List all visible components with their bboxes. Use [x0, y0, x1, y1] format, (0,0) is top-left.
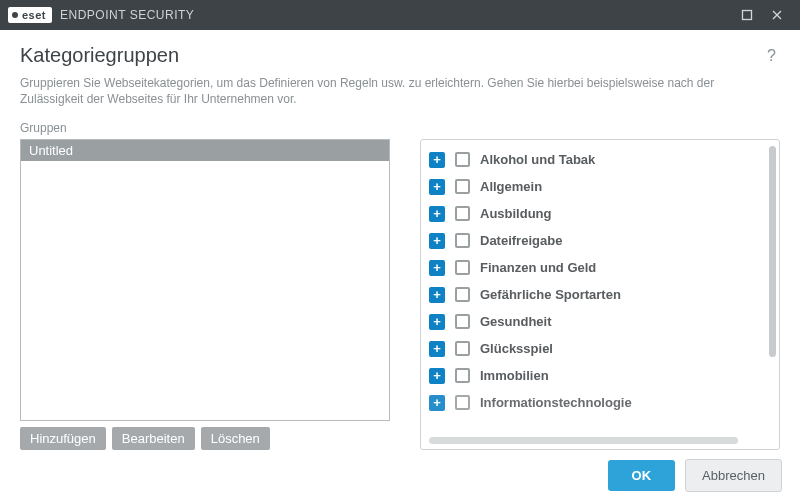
checkbox[interactable]	[455, 287, 470, 302]
category-label: Informationstechnologie	[480, 395, 632, 410]
checkbox[interactable]	[455, 341, 470, 356]
page-description: Gruppieren Sie Webseitekategorien, um da…	[20, 75, 780, 107]
cancel-button[interactable]: Abbrechen	[685, 459, 782, 492]
category-row[interactable]: +Informationstechnologie	[429, 389, 761, 416]
close-icon	[771, 9, 783, 21]
expand-icon[interactable]: +	[429, 341, 445, 357]
category-row[interactable]: +Alkohol und Tabak	[429, 146, 761, 173]
checkbox[interactable]	[455, 152, 470, 167]
checkbox[interactable]	[455, 233, 470, 248]
category-label: Gefährliche Sportarten	[480, 287, 621, 302]
help-button[interactable]: ?	[763, 45, 780, 67]
category-row[interactable]: +Gefährliche Sportarten	[429, 281, 761, 308]
expand-icon[interactable]: +	[429, 179, 445, 195]
category-row[interactable]: +Glücksspiel	[429, 335, 761, 362]
expand-icon[interactable]: +	[429, 260, 445, 276]
window-close-button[interactable]	[762, 0, 792, 30]
add-button[interactable]: Hinzufügen	[20, 427, 106, 450]
checkbox[interactable]	[455, 314, 470, 329]
category-row[interactable]: +Gesundheit	[429, 308, 761, 335]
category-row[interactable]: +Immobilien	[429, 362, 761, 389]
expand-icon[interactable]: +	[429, 152, 445, 168]
expand-icon[interactable]: +	[429, 368, 445, 384]
footer: OK Abbrechen	[0, 450, 800, 500]
titlebar: eset ENDPOINT SECURITY	[0, 0, 800, 30]
groups-panel: Untitled Hinzufügen Bearbeiten Löschen	[20, 139, 390, 450]
checkbox[interactable]	[455, 260, 470, 275]
category-row[interactable]: +Ausbildung	[429, 200, 761, 227]
expand-icon[interactable]: +	[429, 287, 445, 303]
category-row[interactable]: +Finanzen und Geld	[429, 254, 761, 281]
category-label: Dateifreigabe	[480, 233, 562, 248]
brand-short: eset	[22, 9, 46, 21]
content: Kategoriegruppen ? Gruppieren Sie Websei…	[0, 30, 800, 450]
window-maximize-button[interactable]	[732, 0, 762, 30]
checkbox[interactable]	[455, 395, 470, 410]
category-label: Immobilien	[480, 368, 549, 383]
edit-button[interactable]: Bearbeiten	[112, 427, 195, 450]
category-row[interactable]: +Dateifreigabe	[429, 227, 761, 254]
expand-icon[interactable]: +	[429, 395, 445, 411]
app-name: ENDPOINT SECURITY	[60, 8, 194, 22]
group-item[interactable]: Untitled	[21, 140, 389, 161]
ok-button[interactable]: OK	[608, 460, 676, 491]
checkbox[interactable]	[455, 179, 470, 194]
category-label: Finanzen und Geld	[480, 260, 596, 275]
category-label: Allgemein	[480, 179, 542, 194]
category-label: Glücksspiel	[480, 341, 553, 356]
scrollbar-thumb[interactable]	[429, 437, 738, 444]
checkbox[interactable]	[455, 206, 470, 221]
expand-icon[interactable]: +	[429, 233, 445, 249]
page-title: Kategoriegruppen	[20, 44, 179, 67]
expand-icon[interactable]: +	[429, 206, 445, 222]
maximize-icon	[741, 9, 753, 21]
checkbox[interactable]	[455, 368, 470, 383]
scrollbar-thumb[interactable]	[769, 146, 776, 356]
svg-rect-0	[743, 11, 752, 20]
groups-button-row: Hinzufügen Bearbeiten Löschen	[20, 427, 390, 450]
category-row[interactable]: +Allgemein	[429, 173, 761, 200]
category-label: Alkohol und Tabak	[480, 152, 595, 167]
groups-label: Gruppen	[20, 121, 780, 135]
delete-button[interactable]: Löschen	[201, 427, 270, 450]
category-label: Gesundheit	[480, 314, 552, 329]
category-label: Ausbildung	[480, 206, 552, 221]
brand-logo: eset	[8, 7, 52, 23]
horizontal-scrollbar[interactable]	[429, 437, 765, 445]
brand-dot-icon	[12, 12, 18, 18]
expand-icon[interactable]: +	[429, 314, 445, 330]
categories-panel: +Alkohol und Tabak+Allgemein+Ausbildung+…	[420, 139, 780, 450]
groups-list[interactable]: Untitled	[20, 139, 390, 421]
vertical-scrollbar[interactable]	[768, 146, 777, 427]
categories-list[interactable]: +Alkohol und Tabak+Allgemein+Ausbildung+…	[429, 146, 779, 443]
